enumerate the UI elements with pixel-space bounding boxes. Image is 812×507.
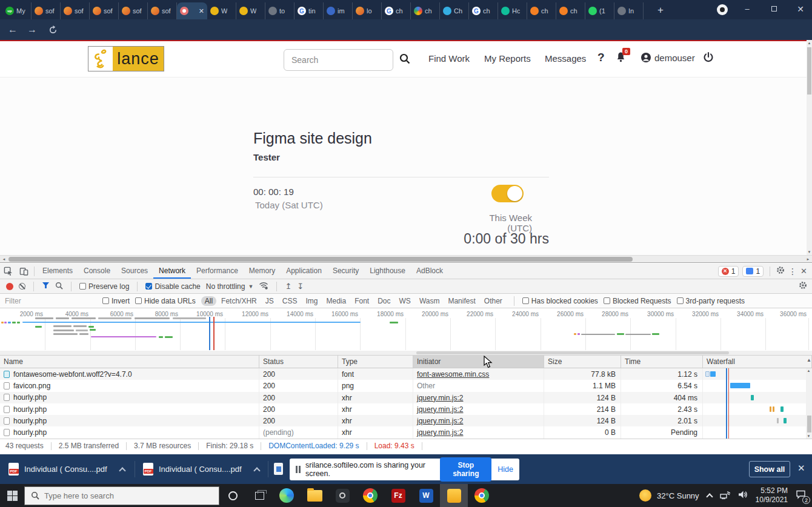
devtools-tab[interactable]: Security bbox=[327, 263, 364, 279]
filter-funnel-icon[interactable] bbox=[42, 282, 50, 291]
request-type-chip[interactable]: CSS bbox=[279, 296, 301, 306]
window-minimize-button[interactable]: – bbox=[737, 0, 757, 18]
downloaded-pdf-item[interactable]: PDF Individual ( Consu....pdf bbox=[8, 460, 125, 479]
column-header-type[interactable]: Type bbox=[338, 356, 413, 368]
browser-tab[interactable]: In ✕ bbox=[614, 2, 644, 19]
has-blocked-cookies-checkbox[interactable]: Has blocked cookies bbox=[522, 297, 598, 305]
taskbar-chrome-app[interactable] bbox=[356, 484, 384, 507]
request-initiator[interactable]: jquery.min.js:2 bbox=[417, 417, 463, 425]
downloaded-pdf-item[interactable]: PDF Individual ( Consu....pdf bbox=[143, 460, 259, 479]
browser-tab[interactable]: (1 ✕ bbox=[585, 2, 614, 19]
network-tray-icon[interactable] bbox=[720, 490, 730, 502]
preserve-log-checkbox[interactable]: Preserve log bbox=[79, 282, 129, 291]
forward-button[interactable]: → bbox=[24, 22, 40, 37]
browser-tab[interactable]: ch ✕ bbox=[411, 2, 440, 19]
console-messages-badge[interactable]: 1 bbox=[742, 266, 764, 277]
browser-tab[interactable]: sof ✕ bbox=[119, 2, 148, 19]
browser-tab[interactable]: im ✕ bbox=[324, 2, 353, 19]
search-network-icon[interactable] bbox=[55, 282, 63, 291]
tray-overflow-chevron-icon[interactable] bbox=[706, 493, 713, 500]
request-type-chip[interactable]: Font bbox=[351, 296, 373, 306]
browser-tab[interactable]: ch ✕ bbox=[556, 2, 585, 19]
browser-tab[interactable]: up My ✕ bbox=[2, 2, 32, 19]
weather-widget[interactable]: 32°C Sunny bbox=[639, 489, 699, 502]
taskbar-search-input[interactable] bbox=[44, 491, 196, 500]
table-vertical-scrollbar[interactable]: ▲ ▼ bbox=[806, 368, 812, 439]
request-type-chip[interactable]: WS bbox=[396, 296, 414, 306]
column-header-initiator[interactable]: Initiator bbox=[413, 356, 544, 368]
network-request-row[interactable]: favicon.png 200 png Other 1.1 MB 6.54 s bbox=[0, 380, 812, 391]
browser-tab[interactable]: lo ✕ bbox=[353, 2, 382, 19]
logout-power-icon[interactable] bbox=[703, 51, 714, 65]
help-icon[interactable]: ? bbox=[597, 51, 605, 64]
scrollbar-thumb[interactable] bbox=[807, 47, 811, 94]
request-initiator[interactable]: jquery.min.js:2 bbox=[417, 428, 463, 437]
scrollbar-thumb[interactable] bbox=[807, 416, 811, 432]
network-request-row[interactable]: hourly.php 200 xhr jquery.min.js:2 214 B… bbox=[0, 403, 812, 415]
taskbar-dark-app[interactable] bbox=[328, 484, 356, 507]
scrollbar-thumb[interactable] bbox=[8, 257, 633, 262]
browser-tab[interactable]: to ✕ bbox=[265, 2, 295, 19]
taskbar-word-app[interactable]: W bbox=[412, 484, 440, 507]
throttling-dropdown[interactable]: No throttling▼ bbox=[206, 282, 254, 291]
browser-tab[interactable]: ch ✕ bbox=[527, 2, 556, 19]
taskbar-file-explorer-app[interactable] bbox=[301, 484, 328, 507]
import-har-icon[interactable]: ↥ bbox=[285, 283, 291, 290]
show-all-downloads-button[interactable]: Show all bbox=[749, 461, 790, 477]
request-type-chip[interactable]: Img bbox=[302, 296, 321, 306]
browser-profile-icon[interactable] bbox=[717, 4, 728, 15]
browser-tab[interactable]: sof ✕ bbox=[32, 2, 61, 19]
devtools-tab[interactable]: Application bbox=[281, 263, 327, 279]
taskbar-active-app[interactable] bbox=[440, 484, 468, 507]
request-type-chip[interactable]: Manifest bbox=[444, 296, 479, 306]
task-view-button[interactable] bbox=[246, 492, 273, 500]
devtools-tab[interactable]: Memory bbox=[244, 263, 281, 279]
window-close-button[interactable]: ✕ bbox=[790, 0, 811, 18]
scroll-left-icon[interactable]: ◄ bbox=[1, 257, 7, 261]
download-options-chevron-icon[interactable] bbox=[119, 467, 125, 474]
devtools-tab[interactable]: Console bbox=[78, 263, 116, 279]
request-type-chip[interactable]: Media bbox=[322, 296, 350, 306]
export-har-icon[interactable]: ↧ bbox=[297, 283, 304, 290]
browser-tab[interactable]: sof ✕ bbox=[90, 2, 119, 19]
browser-tab[interactable]: Ch ✕ bbox=[440, 2, 469, 19]
request-type-chip[interactable]: Fetch/XHR bbox=[218, 296, 261, 306]
new-tab-button[interactable]: + bbox=[653, 3, 668, 18]
console-errors-badge[interactable]: ✕1 bbox=[718, 266, 739, 277]
request-type-chip[interactable]: Other bbox=[481, 296, 506, 306]
browser-tab[interactable]: G ch ✕ bbox=[382, 2, 411, 19]
browser-tab[interactable]: ✕ bbox=[177, 2, 207, 19]
devtools-tab[interactable]: Network bbox=[153, 263, 191, 279]
request-initiator[interactable]: font-awesome.min.css bbox=[417, 370, 489, 379]
network-settings-gear-icon[interactable] bbox=[799, 281, 807, 291]
request-type-chip[interactable]: Wasm bbox=[416, 296, 444, 306]
tab-close-icon[interactable]: ✕ bbox=[199, 7, 204, 15]
column-header-size[interactable]: Size bbox=[544, 356, 621, 368]
nav-my-reports[interactable]: My Reports bbox=[484, 53, 531, 64]
taskbar-chrome2-app[interactable] bbox=[468, 484, 496, 507]
device-toolbar-icon[interactable] bbox=[16, 264, 32, 279]
request-initiator[interactable]: Other bbox=[417, 382, 435, 390]
hide-data-urls-checkbox[interactable]: Hide data URLs bbox=[135, 297, 196, 305]
nav-find-work[interactable]: Find Work bbox=[428, 53, 470, 64]
browser-tab[interactable]: G ch ✕ bbox=[469, 2, 498, 19]
network-overview-timeline[interactable]: 2000 ms4000 ms6000 ms8000 ms10000 ms1200… bbox=[0, 308, 812, 356]
network-filter-input[interactable] bbox=[5, 297, 97, 305]
nav-messages[interactable]: Messages bbox=[545, 53, 586, 64]
scroll-up-icon[interactable]: ▲ bbox=[807, 41, 812, 45]
devtools-tab[interactable]: Lighthouse bbox=[364, 263, 411, 279]
scroll-right-icon[interactable]: ► bbox=[805, 257, 811, 261]
hide-sharing-link[interactable]: Hide bbox=[498, 465, 513, 474]
network-request-row[interactable]: hourly.php 200 xhr jquery.min.js:2 124 B… bbox=[0, 392, 812, 403]
reload-button[interactable] bbox=[45, 24, 61, 39]
scroll-down-icon[interactable]: ▼ bbox=[807, 250, 812, 254]
browser-tab[interactable]: sof ✕ bbox=[61, 2, 90, 19]
network-request-row[interactable]: hourly.php 200 xhr jquery.min.js:2 124 B… bbox=[0, 415, 812, 426]
download-options-chevron-icon[interactable] bbox=[253, 467, 260, 474]
request-initiator[interactable]: jquery.min.js:2 bbox=[417, 405, 463, 414]
user-menu[interactable]: demouser bbox=[641, 52, 695, 63]
devtools-tab[interactable]: AdBlock bbox=[411, 263, 448, 279]
devtools-tab[interactable]: Sources bbox=[116, 263, 153, 279]
action-center-icon[interactable]: 2 bbox=[796, 489, 806, 502]
browser-tab[interactable]: Hc ✕ bbox=[498, 2, 527, 19]
